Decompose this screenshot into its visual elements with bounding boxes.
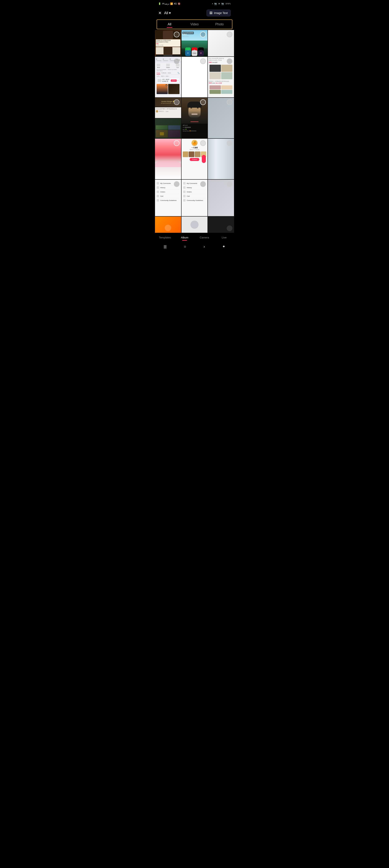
chevron-down-icon: ▾ (169, 11, 171, 15)
filter-tabs: All Video Photo (157, 20, 232, 29)
sys-home-button[interactable]: ○ (181, 244, 189, 250)
menu-item-cart-left: Cart (157, 194, 180, 198)
grid-row-1: 冬秋超大众小古复古红色包新款女包流行行洋装女 ¥62 3000+人已买 (155, 30, 234, 56)
tab-video-label: Video (190, 23, 199, 26)
status-right: • 📷 ✕ 📷 ۱۲:۲۱ (212, 2, 231, 5)
tab-photo-label: Photo (215, 23, 224, 26)
grid-item-menu-left[interactable]: My Comments History Orders Cart Communit… (155, 180, 181, 216)
grid-item-sunset[interactable] (155, 139, 181, 179)
tab-all[interactable]: All (157, 20, 182, 29)
filter-dropdown[interactable]: All ▾ (164, 11, 171, 15)
grid-row-6 (155, 217, 234, 233)
select-circle-12[interactable] (227, 140, 232, 146)
mute-icon: 🔇 (178, 2, 181, 5)
nav-templates[interactable]: Templates (155, 235, 175, 240)
top-bar: ✕ All ▾ 🖼 Image Text (155, 7, 234, 19)
grid-item-white[interactable] (208, 30, 234, 56)
x-icon: ✕ (218, 2, 220, 5)
menu-item-guidelines-left: Community Guidelines (157, 198, 180, 203)
select-circle-15[interactable] (227, 181, 232, 187)
grid-item-empty[interactable] (182, 57, 208, 97)
select-circle-1[interactable] (174, 32, 180, 37)
tab-photo[interactable]: Photo (207, 20, 232, 29)
dot-indicator: • (212, 2, 213, 5)
close-button[interactable]: ✕ (158, 10, 162, 16)
grid-item-food-profile[interactable]: 🍊 一只漫橙 我关注了了多元化 Follow (182, 139, 208, 179)
food-profile-name: 一只漫橙 (183, 147, 206, 149)
battery-icon: 🔋 (158, 2, 161, 5)
image-text-icon: 🖼 (209, 11, 212, 14)
album-label: Album (175, 236, 195, 239)
menu-item-orders-left: Orders (157, 190, 180, 194)
select-circle-7[interactable] (174, 99, 180, 105)
select-circle-4[interactable] (174, 58, 180, 64)
grid-row-4: 🍊 一只漫橙 我关注了了多元化 Follow (155, 139, 234, 179)
grid-item-motion-blur[interactable] (208, 139, 234, 179)
grid-item-circle[interactable] (182, 217, 208, 233)
grid-item-black[interactable] (208, 217, 234, 233)
nav-camera[interactable]: Camera (195, 235, 214, 240)
grid-item-bags[interactable]: 菜头LSSHARE男士钱包礼盒轻奢生日520情人节礼物 ¥860 28人已买 那… (208, 57, 234, 97)
grid-item-blur-gray[interactable] (208, 98, 234, 138)
image-text-label: Image Text (214, 11, 228, 14)
select-circle-6[interactable] (227, 58, 232, 64)
grid-item-orange[interactable] (155, 217, 181, 233)
grid-item-handbag[interactable]: 冬秋超大众小古复古红色包新款女包流行行洋装女 ¥62 3000+人已买 (155, 30, 181, 56)
image-text-button[interactable]: 🖼 Image Text (206, 9, 231, 17)
grid-item-blur-right[interactable] (208, 180, 234, 216)
camera-label: Camera (195, 236, 214, 239)
system-nav: ||| ○ › ✦ (155, 242, 234, 253)
nav-album[interactable]: Album (175, 235, 195, 240)
grid-item-menu-center[interactable]: My Comments History Orders Cart Communit… (182, 180, 208, 216)
battery-text: ۶۴درصد (162, 2, 169, 5)
tab-all-label: All (168, 23, 171, 26)
grid-item-profile[interactable]: 0Following 0Followers 0Likes&Col Profile… (155, 57, 181, 97)
live-label: Live (214, 236, 234, 239)
follow-button[interactable]: Follow (190, 158, 199, 161)
menu-item-guidelines-center: Community Guidelines (183, 198, 206, 203)
time-text: ۱۲:۲۱ (225, 2, 231, 5)
grid-item-video-person[interactable]: 都不认识 CX 哈哈哈哈哈 jojo: 🌿 rachael sky: 🫶 ♥ ♥… (182, 98, 208, 138)
grid-row-3: Booktok Refugee 😂@TaylortmileReads · 270… (155, 98, 234, 138)
grid-item-books[interactable]: Booktok Refugee 😂@TaylortmileReads · 270… (155, 98, 181, 138)
status-bar: 🔋 ۶۴درصد 📶 4G 🔇 • 📷 ✕ 📷 ۱۲:۲۱ (155, 0, 234, 7)
instagram-icon-2: 📷 (221, 2, 224, 5)
tab-video[interactable]: Video (182, 20, 207, 29)
top-bar-left: ✕ All ▾ (158, 10, 171, 16)
grid-row-2: 0Following 0Followers 0Likes&Col Profile… (155, 57, 234, 97)
sys-back-button[interactable]: › (200, 244, 208, 250)
status-left: 🔋 ۶۴درصد 📶 4G 🔇 (158, 2, 181, 5)
grid-row-5: My Comments History Orders Cart Communit… (155, 180, 234, 216)
filter-label: All (164, 11, 168, 15)
select-circle-3[interactable] (227, 32, 232, 37)
select-circle-10[interactable] (174, 140, 180, 146)
signal-icon: 📶 (170, 2, 173, 5)
network-text: 4G (174, 2, 177, 5)
sys-menu-button[interactable]: ||| (160, 244, 170, 250)
nav-live[interactable]: Live (214, 235, 234, 240)
menu-item-cart-center: Cart (183, 194, 206, 198)
food-profile-sub: 我关注了了多元化 (183, 149, 206, 151)
instagram-icon-1: 📷 (214, 2, 217, 5)
grid-item-anime[interactable]: ♫ N ♪ ⟳ FREE ❋ 星小诗·美拉德穿搭 ¥125.0 100+人已买 (182, 30, 208, 56)
select-circle-13[interactable] (174, 181, 180, 187)
bottom-nav: Templates Album Camera Live (155, 233, 234, 242)
menu-item-orders-center: Orders (183, 190, 206, 194)
sys-apps-button[interactable]: ✦ (219, 244, 229, 250)
templates-label: Templates (155, 236, 175, 239)
select-circle-9[interactable] (227, 99, 232, 105)
